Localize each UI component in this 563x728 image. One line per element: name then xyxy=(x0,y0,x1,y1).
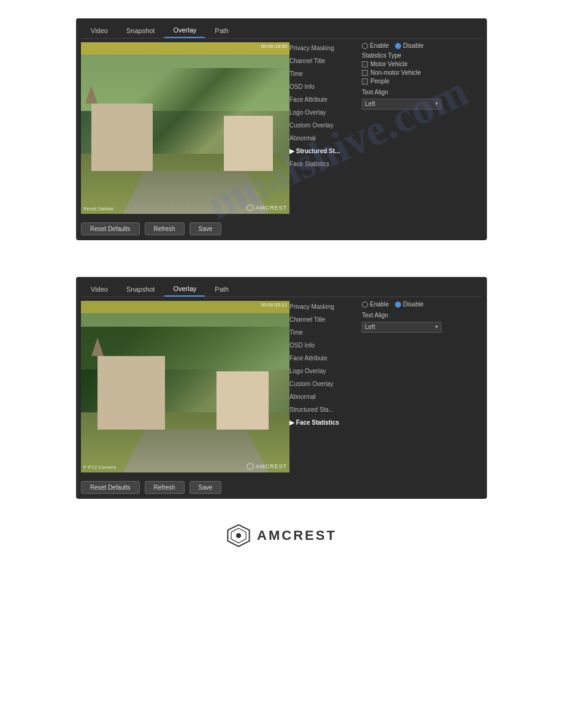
checkbox-people-1[interactable]: People xyxy=(362,78,442,85)
svg-marker-0 xyxy=(247,205,253,211)
label-channel-title-2[interactable]: Channel Title xyxy=(289,314,357,325)
checkbox-motor-vehicle-1[interactable]: Motor Vehicle xyxy=(362,61,442,67)
label-time-1[interactable]: Time xyxy=(289,68,357,79)
label-face-statistics-2[interactable]: Face Statistics xyxy=(289,417,357,428)
label-custom-overlay-1[interactable]: Custom Overlay xyxy=(289,119,357,131)
label-face-attribute-2[interactable]: Face Attribute xyxy=(289,352,357,363)
enable-disable-row-1: Enable Disable xyxy=(362,42,442,49)
label-structured-st-1[interactable]: Structured St... xyxy=(289,145,357,156)
disable-label-2: Disable xyxy=(403,301,423,308)
label-logo-overlay-2[interactable]: Logo Overlay xyxy=(289,365,357,376)
panel-2-left-labels: Privacy Masking Channel Title Time OSD I… xyxy=(289,301,357,472)
tab-path-1[interactable]: Path xyxy=(206,23,237,38)
video-area-2: 00:00:15:11 P PTZ Camera AMCREST xyxy=(81,301,289,472)
enable-disable-row-2: Enable Disable xyxy=(362,301,442,308)
panel-1: Video Snapshot Overlay Path 00:00:18:33 … xyxy=(76,18,487,240)
reset-defaults-btn-2[interactable]: Reset Defaults xyxy=(81,481,140,494)
video-house-left-2 xyxy=(98,356,165,430)
video-logo-1: AMCREST xyxy=(247,204,287,211)
text-align-select-wrapper-2[interactable]: Left Center Right xyxy=(362,320,442,333)
save-btn-2[interactable]: Save xyxy=(190,481,222,494)
reset-defaults-btn-1[interactable]: Reset Defaults xyxy=(81,222,140,235)
video-logo-text-2: AMCREST xyxy=(256,463,287,469)
amcrest-logo-text: AMCREST xyxy=(257,528,337,544)
enable-label-2: Enable xyxy=(370,301,389,308)
video-bottom-left-2: P PTZ Camera xyxy=(83,464,116,470)
panel-1-right-options: Enable Disable Statistics Type Motor Veh… xyxy=(362,42,442,214)
label-privacy-masking-1[interactable]: Privacy Masking xyxy=(289,42,357,53)
label-face-statistics-1[interactable]: Face Statistics xyxy=(289,158,357,169)
video-bottom-left-1: Reset Salidas xyxy=(83,206,113,211)
enable-radio-1[interactable]: Enable xyxy=(362,42,389,49)
tab-overlay-1[interactable]: Overlay xyxy=(164,23,205,38)
video-overlay-bar-1 xyxy=(81,42,289,55)
disable-radio-2[interactable]: Disable xyxy=(395,301,423,308)
video-house-right-1 xyxy=(224,116,273,171)
statistics-type-title-1: Statistics Type xyxy=(362,52,442,59)
panel-2-controls: Privacy Masking Channel Title Time OSD I… xyxy=(289,301,482,472)
panel-2-footer: Reset Defaults Refresh Save xyxy=(76,477,487,499)
amcrest-icon-1 xyxy=(247,204,254,211)
panel-1-controls: Privacy Masking Channel Title Time OSD I… xyxy=(289,42,482,214)
panel-1-tabs: Video Snapshot Overlay Path xyxy=(76,18,487,38)
text-align-select-1[interactable]: Left Center Right xyxy=(362,99,442,110)
enable-radio-2[interactable]: Enable xyxy=(362,301,389,308)
video-house-right-2 xyxy=(216,371,269,430)
enable-radio-circle-2 xyxy=(362,301,368,308)
refresh-btn-2[interactable]: Refresh xyxy=(145,481,185,494)
non-motor-label-1: Non-motor Vehicle xyxy=(370,69,421,76)
refresh-btn-1[interactable]: Refresh xyxy=(145,222,185,235)
label-structured-sta-2[interactable]: Structured Sta... xyxy=(289,404,357,415)
label-channel-title-1[interactable]: Channel Title xyxy=(289,55,357,66)
svg-point-4 xyxy=(236,533,241,538)
video-house-left-1 xyxy=(91,104,153,171)
panel-2-tabs: Video Snapshot Overlay Path xyxy=(76,277,487,297)
disable-radio-1[interactable]: Disable xyxy=(395,42,423,49)
video-area-1: 00:00:18:33 Reset Salidas AMCREST xyxy=(81,42,289,214)
disable-radio-circle-1 xyxy=(395,43,401,49)
tab-overlay-2[interactable]: Overlay xyxy=(164,282,205,297)
text-align-label-1: Text Align xyxy=(362,89,442,96)
label-custom-overlay-2[interactable]: Custom Overlay xyxy=(289,378,357,389)
checkbox-non-motor-1[interactable]: Non-motor Vehicle xyxy=(362,69,442,76)
video-logo-text-1: AMCREST xyxy=(256,205,287,211)
label-logo-overlay-1[interactable]: Logo Overlay xyxy=(289,107,357,118)
panel-2-body: 00:00:15:11 P PTZ Camera AMCREST Privacy… xyxy=(76,297,487,477)
label-abnormal-1[interactable]: Abnormal xyxy=(289,132,357,143)
amcrest-logo-icon xyxy=(226,523,251,548)
panel-2: Video Snapshot Overlay Path 00:00:15:11 … xyxy=(76,277,487,499)
disable-radio-circle-2 xyxy=(395,301,401,308)
video-timestamp-2: 00:00:15:11 xyxy=(261,302,287,308)
label-osd-info-1[interactable]: OSD Info xyxy=(289,81,357,92)
enable-radio-circle-1 xyxy=(362,43,368,49)
panel-1-footer: Reset Defaults Refresh Save xyxy=(76,219,487,240)
people-label-1: People xyxy=(370,78,389,85)
tab-snapshot-1[interactable]: Snapshot xyxy=(118,23,163,38)
label-face-attribute-1[interactable]: Face Attribute xyxy=(289,94,357,105)
tab-path-2[interactable]: Path xyxy=(206,282,237,297)
save-btn-1[interactable]: Save xyxy=(190,222,222,235)
bottom-logo: AMCREST xyxy=(226,523,337,548)
people-checkbox-1 xyxy=(362,78,368,85)
text-align-label-2: Text Align xyxy=(362,312,442,319)
text-align-select-wrapper-1[interactable]: Left Center Right xyxy=(362,97,442,110)
tab-snapshot-2[interactable]: Snapshot xyxy=(118,282,163,297)
label-privacy-masking-2[interactable]: Privacy Masking xyxy=(289,301,357,312)
tab-video-2[interactable]: Video xyxy=(82,282,117,297)
panel-2-right-options: Enable Disable Text Align Left Center Ri… xyxy=(362,301,442,472)
motor-vehicle-checkbox-1 xyxy=(362,61,368,67)
enable-label-1: Enable xyxy=(370,42,389,49)
disable-label-1: Disable xyxy=(403,42,423,49)
label-osd-info-2[interactable]: OSD Info xyxy=(289,339,357,351)
label-abnormal-2[interactable]: Abnormal xyxy=(289,391,357,402)
motor-vehicle-label-1: Motor Vehicle xyxy=(370,61,408,67)
tab-video-1[interactable]: Video xyxy=(82,23,117,38)
non-motor-checkbox-1 xyxy=(362,70,368,76)
panel-1-left-labels: Privacy Masking Channel Title Time OSD I… xyxy=(289,42,357,214)
page-wrapper: mualshive.com Video Snapshot Overlay Pat… xyxy=(0,0,563,728)
amcrest-icon-2 xyxy=(247,463,254,470)
text-align-select-2[interactable]: Left Center Right xyxy=(362,322,442,333)
label-time-2[interactable]: Time xyxy=(289,327,357,338)
video-overlay-bar-2 xyxy=(81,301,289,313)
panel-1-body: 00:00:18:33 Reset Salidas AMCREST Privac… xyxy=(76,39,487,219)
